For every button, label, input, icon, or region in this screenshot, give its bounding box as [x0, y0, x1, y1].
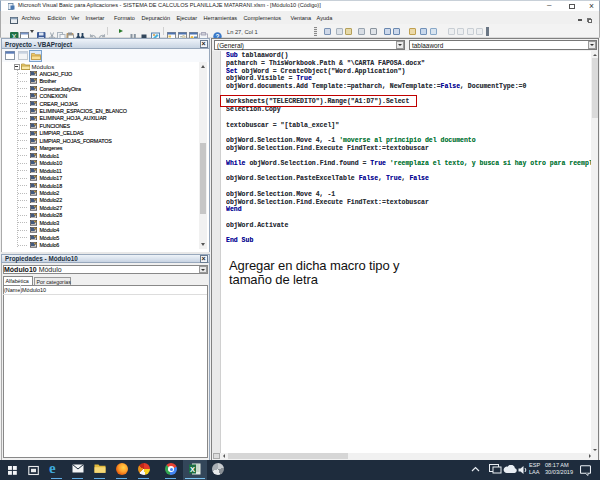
- svg-text:X: X: [190, 464, 195, 473]
